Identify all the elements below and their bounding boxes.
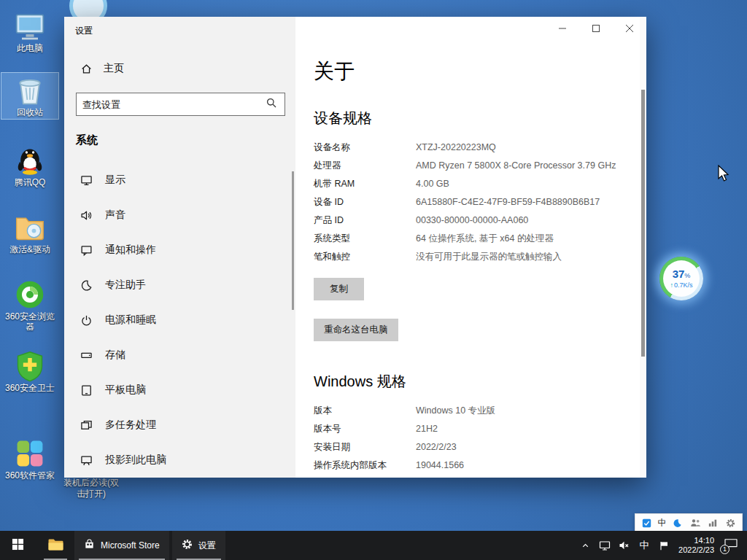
- taskbar-file-explorer[interactable]: [39, 531, 71, 560]
- spec-label: 操作系统内部版本: [314, 459, 416, 472]
- search-icon[interactable]: [266, 97, 279, 112]
- scrollbar-thumb[interactable]: [641, 90, 645, 357]
- page-title: 关于: [314, 58, 646, 85]
- 360-manager-icon: [14, 438, 46, 470]
- security-flag-icon[interactable]: [657, 539, 670, 552]
- speed-widget-body: 37% ↑0.7K/s: [663, 260, 700, 297]
- copy-button[interactable]: 复制: [314, 278, 364, 300]
- sidebar-item-multitasking[interactable]: 多任务处理: [64, 408, 295, 443]
- overflow-ime-icon[interactable]: 中: [658, 517, 667, 529]
- desktop-icon-tencent-qq[interactable]: 腾讯QQ: [1, 143, 58, 189]
- sidebar-item-label: 显示: [105, 174, 125, 187]
- recycle-bin-icon: [14, 74, 46, 106]
- spec-label: 设备 ID: [314, 196, 416, 209]
- sidebar-item-power-sleep[interactable]: 电源和睡眠: [64, 303, 295, 338]
- tablet-icon: [80, 384, 93, 397]
- clock-date: 2022/2/23: [678, 545, 714, 555]
- sidebar-item-display[interactable]: 显示: [64, 163, 295, 198]
- 360-shield-icon: [14, 350, 46, 382]
- search-input[interactable]: [77, 99, 266, 110]
- projecting-icon: [80, 454, 93, 467]
- moon-icon: [80, 279, 93, 292]
- window-controls: [546, 17, 646, 40]
- sidebar-scrollbar[interactable]: [292, 171, 294, 310]
- desktop-icon-360-manager[interactable]: 360软件管家: [1, 436, 58, 482]
- file-explorer-icon: [47, 537, 64, 554]
- moon-app-icon[interactable]: [671, 516, 684, 529]
- spec-label: 安装日期: [314, 441, 416, 454]
- close-button[interactable]: [613, 17, 646, 40]
- spec-label: 处理器: [314, 160, 416, 172]
- ime-indicator[interactable]: 中: [638, 539, 651, 552]
- desktop-icon-360-safe[interactable]: 360安全卫士: [1, 349, 58, 394]
- mouse-cursor: [718, 165, 731, 185]
- spec-row: 版本号 21H2: [314, 420, 646, 438]
- spec-value: 4.00 GB: [416, 178, 449, 190]
- maximize-button[interactable]: [579, 17, 613, 40]
- desktop-icon-this-pc[interactable]: 此电脑: [1, 9, 58, 55]
- taskbar: Microsoft Store 设置 中 14:10 2022/2/23 1: [0, 531, 747, 560]
- spec-value: 6A15880F-C4E2-47F9-BF59-F4B8890B6B17: [416, 196, 600, 209]
- spec-label: 设备名称: [314, 141, 416, 154]
- taskbar-button-label: Microsoft Store: [101, 540, 160, 551]
- desktop-icon-label: 360安全卫士: [1, 383, 58, 393]
- spec-row: 版本 Windows 10 专业版: [314, 402, 646, 420]
- sidebar-home[interactable]: 主页: [80, 62, 124, 75]
- action-center-button[interactable]: 1: [722, 537, 740, 554]
- power-icon: [80, 314, 93, 327]
- this-pc-icon: [14, 10, 46, 42]
- start-button[interactable]: [0, 531, 35, 560]
- windows-spec-heading: Windows 规格: [314, 372, 646, 392]
- sidebar-item-notifications[interactable]: 通知和操作: [64, 233, 295, 268]
- taskbar-clock[interactable]: 14:10 2022/2/23: [678, 536, 714, 555]
- home-icon: [80, 63, 93, 75]
- system-tray: 中 14:10 2022/2/23 1: [578, 531, 747, 560]
- sidebar-item-sound[interactable]: 声音: [64, 198, 295, 233]
- window-title: 设置: [75, 25, 93, 37]
- search-box[interactable]: [76, 93, 285, 116]
- volume-muted-icon[interactable]: [618, 539, 631, 552]
- windows-spec-table: 版本 Windows 10 专业版 版本号 21H2 安装日期 2022/2/2…: [314, 402, 646, 475]
- upload-speed: ↑0.7K/s: [670, 281, 692, 289]
- checkbox-app-icon[interactable]: [640, 516, 653, 529]
- taskbar-button-label: 设置: [198, 540, 216, 552]
- spec-row: 设备名称 XTZJ-20220223MQ: [314, 139, 646, 157]
- about-page: 关于 设备规格 设备名称 XTZJ-20220223MQ 处理器 AMD Ryz…: [295, 17, 646, 478]
- taskbar-microsoft-store[interactable]: Microsoft Store: [74, 531, 169, 560]
- device-spec-table: 设备名称 XTZJ-20220223MQ 处理器 AMD Ryzen 7 580…: [314, 139, 646, 266]
- desktop-icon-readme-label[interactable]: 装机后必读(双击打开): [61, 478, 121, 499]
- people-app-icon[interactable]: [689, 516, 702, 529]
- sidebar-item-label: 存储: [105, 349, 125, 362]
- sidebar-item-storage[interactable]: 存储: [64, 338, 295, 373]
- up-arrow-icon: ↑: [670, 281, 673, 289]
- desktop-icon-label: 腾讯QQ: [1, 177, 58, 187]
- gear-app-icon[interactable]: [724, 516, 738, 529]
- show-hidden-icons-chevron[interactable]: [578, 539, 592, 552]
- spec-label: 机带 RAM: [314, 178, 416, 190]
- sidebar-nav: 显示 声音 通知和操作 专注助手 电源和睡眠: [64, 163, 295, 478]
- network-icon[interactable]: [598, 539, 611, 552]
- spec-row: 设备 ID 6A15880F-C4E2-47F9-BF59-F4B8890B6B…: [314, 193, 646, 211]
- sidebar-item-tablet[interactable]: 平板电脑: [64, 373, 295, 408]
- spec-value: 19044.1566: [416, 459, 464, 472]
- spec-value: 64 位操作系统, 基于 x64 的处理器: [416, 233, 554, 245]
- minimize-button[interactable]: [546, 17, 579, 40]
- tray-overflow-flyout: 中: [635, 513, 743, 532]
- storage-icon: [80, 349, 93, 362]
- taskbar-settings[interactable]: 设置: [172, 531, 225, 560]
- speed-widget[interactable]: 37% ↑0.7K/s: [659, 257, 703, 300]
- desktop-icon-activate-driver[interactable]: 激活&驱动: [1, 210, 58, 256]
- desktop-icon-recycle-bin[interactable]: 回收站: [1, 73, 58, 119]
- 360-browser-icon: [14, 279, 46, 311]
- desktop-icon-360-browser[interactable]: 360安全浏览器: [1, 277, 58, 333]
- notifications-icon: [80, 244, 93, 257]
- spec-row: 处理器 AMD Ryzen 7 5800X 8-Core Processor 3…: [314, 157, 646, 175]
- clock-time: 14:10: [678, 536, 714, 545]
- sidebar-item-projecting[interactable]: 投影到此电脑: [64, 443, 295, 478]
- spec-label: 笔和触控: [314, 251, 416, 263]
- microsoft-store-icon: [84, 539, 95, 552]
- stats-app-icon[interactable]: [706, 516, 719, 529]
- rename-pc-button[interactable]: 重命名这台电脑: [314, 319, 398, 341]
- sidebar-item-label: 声音: [105, 209, 125, 222]
- sidebar-item-focus-assist[interactable]: 专注助手: [64, 268, 295, 303]
